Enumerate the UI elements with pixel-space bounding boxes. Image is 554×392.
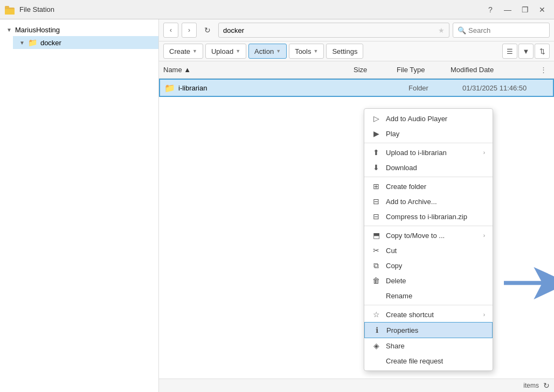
cut-icon: ✂ — [372, 246, 380, 255]
cut-label: Cut — [386, 247, 397, 255]
list-view-button[interactable]: ☰ — [502, 44, 517, 59]
status-text: items — [523, 382, 539, 389]
title-bar: File Station ? — ❐ ✕ — [0, 0, 554, 19]
favorite-star-icon[interactable]: ★ — [438, 26, 445, 34]
properties-label: Properties — [386, 326, 418, 334]
copy-icon: ⧉ — [372, 261, 380, 270]
refresh-button[interactable]: ↻ — [200, 23, 215, 38]
context-menu-item-delete[interactable]: 🗑Delete — [364, 273, 493, 288]
context-menu-item-cut[interactable]: ✂Cut — [364, 243, 493, 258]
create-button[interactable]: Create ▼ — [163, 44, 203, 59]
create-file-req-label: Create file request — [386, 357, 443, 365]
context-menu-item-create-file-req[interactable]: Create file request — [364, 353, 493, 368]
copy-move-label: Copy to/Move to ... — [386, 232, 445, 240]
sidebar-item-docker[interactable]: ▼ 📁 docker — [13, 36, 158, 49]
sidebar-item-mariushosting[interactable]: ▼ MariusHosting — [0, 24, 158, 36]
sidebar-toggle-icon: ▼ — [6, 27, 12, 33]
context-menu-item-upload-to[interactable]: ⬆Upload to i-librarian› — [364, 145, 493, 160]
upload-arrow-icon: ▼ — [236, 48, 240, 54]
col-date-header[interactable]: Modified Date — [451, 66, 537, 74]
upload-to-label: Upload to i-librarian — [386, 149, 447, 157]
path-value: docker — [223, 26, 244, 34]
action-button[interactable]: Action ▼ — [248, 44, 287, 59]
close-button[interactable]: ✕ — [535, 3, 550, 16]
add-archive-label: Add to Archive... — [386, 198, 437, 206]
copy-move-arrow-icon: › — [483, 233, 485, 239]
file-date-cell: 01/31/2025 11:46:50 — [462, 84, 549, 92]
context-menu-item-share[interactable]: ◈Share — [364, 338, 493, 353]
add-archive-icon: ⊟ — [372, 197, 380, 206]
search-icon: 🔍 — [458, 26, 466, 34]
tools-arrow-icon: ▼ — [314, 48, 318, 54]
sidebar-docker-toggle: ▼ — [19, 40, 25, 46]
arrow-pointer — [504, 267, 554, 301]
tools-label: Tools — [295, 47, 311, 55]
back-button[interactable]: ‹ — [163, 23, 178, 38]
sidebar: ▼ MariusHosting ▼ 📁 docker — [0, 19, 159, 392]
upload-label: Upload — [211, 47, 233, 55]
create-shortcut-icon: ☆ — [372, 310, 380, 319]
app-title: File Station — [19, 5, 479, 13]
context-menu-item-create-folder[interactable]: ⊞Create folder — [364, 179, 493, 194]
col-size-header[interactable]: Size — [354, 66, 397, 74]
context-menu-item-properties[interactable]: ℹProperties — [364, 322, 493, 338]
action-bar: Create ▼ Upload ▼ Action ▼ Tools ▼ Setti… — [159, 41, 554, 61]
view-dropdown-button[interactable]: ▼ — [518, 44, 534, 59]
settings-button[interactable]: Settings — [326, 44, 363, 59]
sidebar-host-label: MariusHosting — [15, 26, 60, 34]
col-more-header[interactable]: ⋮ — [537, 66, 550, 74]
add-audio-icon: ▷ — [372, 114, 380, 123]
context-menu-item-create-shortcut[interactable]: ☆Create shortcut› — [364, 307, 493, 322]
main-content: ‹ › ↻ docker ★ 🔍 Create ▼ Upload ▼ — [159, 19, 554, 392]
properties-icon: ℹ — [372, 326, 381, 334]
context-menu: ▷Add to Audio Player▶Play⬆Upload to i-li… — [364, 108, 493, 371]
share-label: Share — [386, 342, 405, 350]
search-input[interactable] — [468, 26, 545, 34]
tools-button[interactable]: Tools ▼ — [289, 44, 324, 59]
context-menu-item-play[interactable]: ▶Play — [364, 126, 493, 141]
folder-icon: 📁 — [164, 83, 175, 93]
compress-label: Compress to i-librarian.zip — [386, 213, 467, 221]
delete-icon: 🗑 — [372, 276, 380, 285]
context-menu-item-add-archive[interactable]: ⊟Add to Archive... — [364, 194, 493, 209]
download-label: Download — [386, 164, 417, 172]
context-menu-item-copy-move[interactable]: ⬒Copy to/Move to ...› — [364, 228, 493, 243]
play-label: Play — [386, 130, 399, 138]
svg-rect-1 — [5, 9, 15, 15]
col-name-header[interactable]: Name ▲ — [163, 66, 354, 74]
context-menu-item-add-audio[interactable]: ▷Add to Audio Player — [364, 111, 493, 126]
context-menu-item-download[interactable]: ⬇Download — [364, 160, 493, 175]
action-arrow-icon: ▼ — [276, 48, 281, 54]
status-refresh-icon[interactable]: ↻ — [543, 381, 550, 390]
compress-icon: ⊟ — [372, 212, 380, 221]
window-controls: ? — ❐ ✕ — [483, 3, 550, 16]
upload-button[interactable]: Upload ▼ — [205, 44, 246, 59]
minimize-button[interactable]: — — [500, 3, 515, 16]
context-menu-separator — [364, 226, 493, 226]
app-icon — [4, 4, 15, 15]
svg-rect-2 — [5, 6, 9, 9]
create-folder-label: Create folder — [386, 183, 426, 191]
sidebar-folder-icon: 📁 — [28, 38, 37, 47]
context-menu-item-copy[interactable]: ⧉Copy — [364, 258, 493, 273]
search-bar[interactable]: 🔍 — [453, 23, 550, 38]
delete-label: Delete — [386, 277, 406, 285]
context-menu-separator — [364, 305, 493, 305]
status-bar: items ↻ — [159, 379, 554, 392]
path-bar[interactable]: docker ★ — [218, 23, 449, 38]
create-shortcut-arrow-icon: › — [483, 312, 485, 318]
create-label: Create — [169, 47, 190, 55]
view-buttons: ☰ ▼ ⇅ — [502, 44, 550, 59]
context-menu-item-rename[interactable]: Rename — [364, 288, 493, 303]
table-row[interactable]: 📁 i-librarian Folder 01/31/2025 11:46:50 — [159, 79, 554, 97]
col-type-header[interactable]: File Type — [397, 66, 451, 74]
restore-button[interactable]: ❐ — [517, 3, 532, 16]
upload-to-arrow-icon: › — [483, 150, 485, 156]
context-menu-item-compress[interactable]: ⊟Compress to i-librarian.zip — [364, 209, 493, 224]
forward-button[interactable]: › — [182, 23, 197, 38]
app-container: ▼ MariusHosting ▼ 📁 docker ‹ › ↻ docker … — [0, 19, 554, 392]
sort-button[interactable]: ⇅ — [535, 44, 550, 59]
rename-label: Rename — [386, 292, 412, 300]
help-button[interactable]: ? — [483, 3, 498, 16]
share-icon: ◈ — [372, 341, 380, 350]
